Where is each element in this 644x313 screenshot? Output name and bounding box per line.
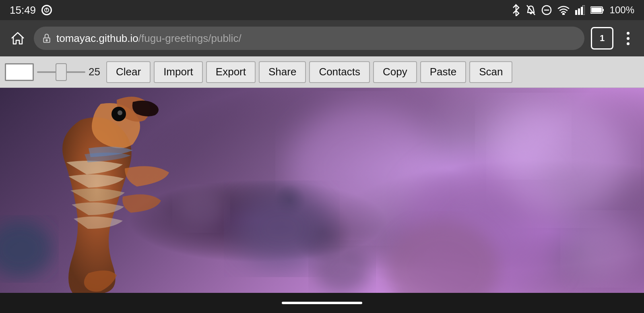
svg-rect-10 — [583, 5, 585, 15]
battery-icon — [590, 6, 604, 14]
nav-bar — [0, 293, 644, 313]
svg-point-29 — [568, 217, 640, 281]
status-right: 100% — [512, 4, 634, 16]
svg-rect-8 — [578, 8, 580, 15]
bell-muted-icon — [526, 4, 536, 16]
address-bar[interactable]: tomayac.github.io/fugu-greetings/public/ — [34, 27, 584, 50]
menu-button[interactable] — [620, 30, 636, 46]
svg-point-27 — [118, 110, 122, 115]
status-left: 15:49 — [10, 4, 52, 17]
svg-rect-13 — [591, 8, 602, 12]
signal-icon — [575, 5, 585, 15]
scan-button[interactable]: Scan — [469, 61, 512, 83]
svg-point-23 — [233, 189, 330, 269]
svg-point-6 — [563, 13, 564, 15]
menu-dot-3 — [627, 42, 630, 45]
svg-point-30 — [314, 245, 370, 293]
slider-value: 25 — [89, 66, 103, 78]
contacts-button[interactable]: Contacts — [309, 61, 370, 83]
wifi-icon — [557, 5, 570, 15]
status-bar: 15:49 — [0, 0, 644, 20]
color-swatch[interactable] — [5, 63, 34, 81]
status-time: 15:49 — [10, 4, 36, 17]
tab-count: 1 — [600, 33, 605, 44]
svg-rect-7 — [575, 10, 577, 15]
toolbar: 25 Clear Import Export Share Contacts Co… — [0, 56, 644, 88]
clear-button[interactable]: Clear — [106, 61, 151, 83]
address-bar-container: tomayac.github.io/fugu-greetings/public/… — [0, 20, 644, 56]
battery-percentage: 100% — [610, 4, 634, 16]
import-button[interactable]: Import — [154, 61, 203, 83]
fish-illustration — [0, 88, 644, 293]
notification-icon — [41, 5, 52, 15]
home-button[interactable] — [8, 29, 27, 48]
svg-point-28 — [177, 189, 225, 229]
home-indicator[interactable] — [282, 302, 362, 304]
menu-dot-1 — [627, 32, 630, 35]
main-content — [0, 88, 644, 293]
url-text: tomayac.github.io/fugu-greetings/public/ — [56, 32, 242, 45]
dnd-icon — [541, 5, 552, 15]
slider-track — [37, 71, 85, 73]
svg-point-24 — [483, 100, 564, 172]
share-button[interactable]: Share — [259, 61, 306, 83]
svg-rect-12 — [603, 9, 604, 11]
svg-rect-9 — [581, 7, 583, 15]
tab-count-button[interactable]: 1 — [591, 27, 613, 50]
url-path: /fugu-greetings/public/ — [138, 32, 242, 44]
svg-point-15 — [46, 39, 47, 41]
slider-thumb[interactable] — [56, 63, 67, 81]
fish-background — [0, 88, 644, 293]
svg-point-2 — [46, 10, 47, 11]
bluetooth-icon — [512, 4, 520, 16]
paste-button[interactable]: Paste — [420, 61, 466, 83]
lock-icon — [42, 33, 52, 43]
export-button[interactable]: Export — [206, 61, 256, 83]
url-domain: tomayac.github.io — [56, 32, 138, 44]
menu-dot-2 — [627, 37, 630, 40]
copy-button[interactable]: Copy — [373, 61, 417, 83]
slider-container — [37, 71, 85, 73]
